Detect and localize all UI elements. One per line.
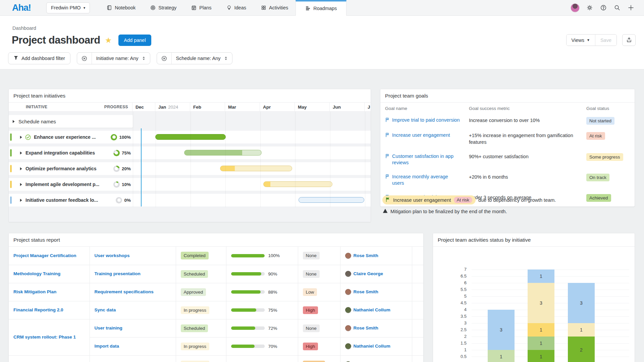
filter-dropdown[interactable]: Schedule name: Any: [172, 53, 232, 64]
activity-link[interactable]: Import data: [95, 344, 119, 349]
column-header-progress[interactable]: PROGRESS: [104, 105, 128, 109]
risk-badge: High: [303, 306, 318, 314]
expand-caret-icon[interactable]: [12, 120, 15, 123]
risk-badge: None: [303, 270, 320, 278]
progress-percent: 100%: [119, 135, 131, 140]
initiative-progress: 10%: [113, 181, 131, 188]
flag-icon: [385, 153, 390, 166]
initiative-progress: 0%: [116, 197, 131, 203]
schedule-names-group-row[interactable]: Schedule names: [9, 115, 133, 128]
activity-link[interactable]: Sync data: [95, 307, 116, 312]
gantt-bar[interactable]: [184, 150, 262, 156]
expand-caret-icon[interactable]: [19, 135, 22, 139]
assignee-link[interactable]: Rose Smith: [354, 289, 378, 295]
bar-segment[interactable]: 3: [568, 283, 595, 323]
progress-cell: 70%: [231, 344, 293, 349]
save-button[interactable]: Save: [595, 35, 616, 46]
share-button[interactable]: [622, 34, 636, 46]
bar-segment[interactable]: 2: [568, 337, 595, 362]
initiative-row[interactable]: Expand integration capabilities 75%: [9, 146, 133, 159]
user-avatar[interactable]: [571, 3, 580, 12]
activity-link[interactable]: User training: [95, 325, 122, 330]
initiative-row[interactable]: Optimize performance analytics 20%: [9, 162, 133, 175]
column-header-initiative[interactable]: INITIATIVE: [26, 105, 47, 109]
tab-activities[interactable]: Activities: [254, 0, 296, 15]
add-panel-button[interactable]: Add panel: [118, 35, 151, 46]
expand-caret-icon[interactable]: [19, 151, 22, 155]
aha-logo[interactable]: Aha!: [12, 3, 31, 13]
activity-link[interactable]: User workshops: [95, 253, 130, 258]
y-axis-tick: 6.5: [452, 274, 467, 279]
remove-filter-icon[interactable]: [77, 53, 92, 64]
tab-ideas[interactable]: Ideas: [219, 0, 254, 15]
progress-cell: 88%: [231, 290, 293, 295]
bar-segment[interactable]: 1: [528, 337, 554, 350]
goal-name-link[interactable]: Customer satisfaction in app reviews: [385, 153, 469, 166]
breadcrumb[interactable]: Dashboard: [12, 25, 36, 31]
gantt-bar[interactable]: [263, 181, 332, 187]
initiative-color-chip: [10, 181, 12, 188]
assignee-link[interactable]: Nathaniel Collum: [354, 307, 390, 313]
tab-notebook[interactable]: Notebook: [99, 0, 143, 15]
page-title: Project dashboard: [12, 34, 100, 46]
bar-segment[interactable]: 1: [528, 323, 554, 337]
add-plus-icon[interactable]: [627, 4, 635, 11]
initiative-link[interactable]: Methodology Training: [13, 271, 60, 276]
activity-link[interactable]: Training presentation: [95, 271, 141, 276]
status-table-row: Project Manager CertificationUser worksh…: [9, 247, 424, 265]
progress-bar: [231, 290, 265, 294]
help-icon[interactable]: [600, 4, 607, 11]
views-button[interactable]: Views▼: [567, 35, 595, 46]
gantt-bar[interactable]: [299, 197, 364, 203]
goal-status-badge: Achieved: [586, 194, 611, 202]
assignee-link[interactable]: Rose Smith: [354, 253, 378, 259]
search-icon[interactable]: [613, 4, 621, 11]
tab-strategy[interactable]: Strategy: [143, 0, 184, 15]
assignee-cell: Nathaniel Collum: [345, 343, 407, 349]
progress-percent: 75%: [122, 150, 131, 156]
assignee-link[interactable]: Rose Smith: [354, 325, 378, 331]
bar-segment[interactable]: 1: [488, 350, 515, 362]
goal-name-link[interactable]: Increase monthly average users: [385, 174, 469, 187]
favorite-star-icon[interactable]: ★: [105, 36, 112, 45]
expand-caret-icon[interactable]: [19, 198, 22, 202]
add-dashboard-filter-button[interactable]: Add dashboard filter: [8, 52, 70, 64]
remove-filter-icon[interactable]: [157, 53, 172, 64]
assignee-link[interactable]: Claire George: [354, 271, 383, 277]
sort-arrows-icon: [224, 56, 228, 61]
bar-segment[interactable]: 1: [568, 323, 595, 337]
goal-name-link[interactable]: Increase user engagement: [385, 132, 469, 139]
initiative-link[interactable]: Risk Mitigation Plan: [13, 289, 56, 294]
assignee-link[interactable]: Nathaniel Collum: [354, 343, 390, 349]
risk-badge: High: [303, 343, 318, 350]
y-axis-tick: 4.5: [452, 300, 467, 305]
settings-gear-icon[interactable]: [586, 4, 593, 11]
bar-segment[interactable]: 1: [528, 350, 554, 362]
mitigation-note: Mitigation plan to be finalized by the e…: [383, 208, 507, 214]
initiative-link[interactable]: Project Manager Certification: [13, 253, 76, 258]
gantt-bar[interactable]: [220, 166, 292, 171]
initiative-link[interactable]: Financial Reporting 2.0: [13, 307, 63, 312]
initiative-link[interactable]: CRM system rollout: Phase 1: [13, 335, 76, 340]
initiative-name: Expand integration capabilities: [25, 150, 95, 156]
bar-segment[interactable]: 1: [528, 269, 554, 283]
filter-dropdown[interactable]: Initiative name: Any: [92, 53, 150, 64]
page-header: Dashboard Project dashboard ★ Add panel …: [0, 16, 644, 69]
tab-plans[interactable]: Plans: [184, 0, 219, 15]
initiative-row[interactable]: Initiative customer feedback lo... 0%: [9, 194, 133, 206]
workspace-selector[interactable]: Fredwin PMO ▾: [46, 2, 90, 13]
goal-name-link[interactable]: Improve trial to paid conversion: [385, 117, 469, 124]
gantt-row: Expand integration capabilities 75%: [9, 146, 371, 159]
expand-caret-icon[interactable]: [19, 183, 22, 186]
bar-segment[interactable]: 3: [528, 283, 554, 323]
initiative-row[interactable]: Enhance user experience ... 100%: [9, 131, 133, 143]
expand-caret-icon[interactable]: [19, 167, 22, 171]
initiative-name: Enhance user experience ...: [34, 134, 96, 140]
bar-segment[interactable]: 3: [488, 310, 515, 350]
activity-link[interactable]: Requirement specifications: [95, 289, 154, 294]
tab-roadmaps[interactable]: Roadmaps: [296, 0, 346, 16]
risk-badge: None: [303, 324, 320, 332]
flag-icon: [385, 174, 390, 187]
initiative-row[interactable]: Implement agile development p... 10%: [9, 178, 133, 191]
progress-bar: [231, 254, 265, 257]
